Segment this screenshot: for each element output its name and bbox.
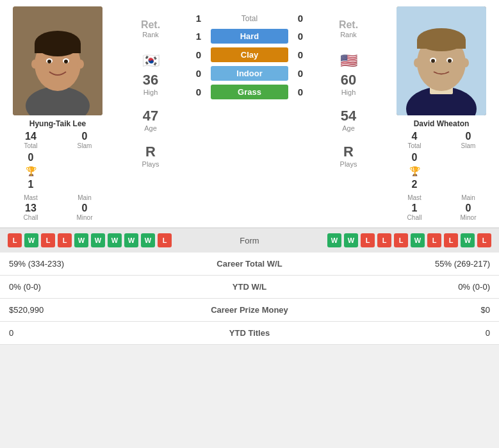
grass-score-right: 0 — [291, 87, 310, 97]
left-middle-stats: Ret. Rank 🇰🇷 36 High 47 Age R Plays — [115, 6, 186, 221]
right-middle-stats: Ret. Rank 🇺🇸 60 High 54 Age R Plays — [313, 6, 384, 221]
clay-score-right: 0 — [291, 49, 310, 60]
left-mast-stat: 0 🏆 1 — [6, 152, 55, 190]
right-trophy-icon: 🏆 — [409, 166, 420, 176]
left-player-photo — [13, 6, 102, 115]
left-trophy-icon: 🏆 — [26, 166, 37, 176]
form-badge-right: L — [444, 233, 458, 247]
form-badge-left: W — [74, 233, 88, 247]
stat-right-value: 0% (0-0) — [324, 276, 499, 299]
stat-right-value: $0 — [324, 299, 499, 322]
left-main-label: Main — [78, 194, 92, 201]
main-container: Hyung-Taik Lee 14 Total 0 Slam 0 🏆 1 — [0, 0, 499, 345]
form-badge-right: W — [461, 233, 475, 247]
form-badge-left: L — [8, 233, 22, 247]
grass-row: 0 Grass 0 — [189, 85, 310, 99]
left-rank-label: Rank — [142, 31, 159, 38]
svg-point-11 — [78, 60, 84, 69]
stat-center-label: YTD Titles — [175, 322, 325, 345]
left-chall-stat: 13 Chall — [6, 203, 55, 221]
form-badge-left: W — [124, 233, 138, 247]
left-stats-grid2: Mast Main 13 Chall 0 Minor — [0, 194, 115, 221]
table-row: 0 YTD Titles 0 — [0, 322, 499, 345]
left-chall-value: 13 — [25, 203, 37, 214]
clay-score-left: 0 — [189, 49, 208, 60]
total-row: 1 Total 0 — [189, 13, 310, 24]
form-badge-right: L — [361, 233, 375, 247]
center-column: 1 Total 0 1 Hard 0 0 Clay 0 0 Indoor 0 0 — [186, 6, 313, 221]
clay-button[interactable]: Clay — [211, 47, 288, 62]
left-plays-label: Plays — [142, 160, 160, 168]
form-badge-right: L — [477, 233, 491, 247]
left-high-label: High — [143, 88, 158, 96]
left-rank-value: Ret. — [141, 19, 160, 31]
stat-center-label: YTD W/L — [175, 276, 325, 299]
left-total-label: Total — [24, 142, 37, 149]
grass-button[interactable]: Grass — [211, 85, 288, 99]
form-badge-left: W — [108, 233, 122, 247]
right-player-card: David Wheaton 4 Total 0 Slam 0 🏆 2 — [384, 6, 499, 221]
form-badge-right: W — [327, 233, 341, 247]
form-badge-left: W — [24, 233, 38, 247]
stat-left-value: 0% (0-0) — [0, 276, 175, 299]
form-badge-right: L — [427, 233, 441, 247]
right-age-stat: 54 Age — [341, 108, 356, 132]
stat-right-value: 55% (269-217) — [324, 253, 499, 276]
svg-point-24 — [414, 58, 420, 67]
svg-rect-19 — [417, 40, 466, 49]
left-slam-stat: 0 Slam — [60, 131, 109, 149]
left-mast-label-stat: Mast — [6, 194, 55, 201]
form-badge-right: W — [411, 233, 425, 247]
right-slam-value: 0 — [466, 131, 471, 142]
right-mast-label: Mast — [407, 194, 421, 201]
form-right: WWLLLWLLWL — [275, 233, 492, 247]
hard-button[interactable]: Hard — [211, 29, 288, 44]
left-flag: 🇰🇷 — [142, 53, 160, 69]
form-badge-right: L — [394, 233, 408, 247]
left-rank-stat: Ret. Rank — [141, 19, 160, 38]
right-player-name: David Wheaton — [414, 119, 470, 128]
left-minor-stat: 0 Minor — [60, 203, 109, 221]
left-age-label: Age — [144, 124, 157, 132]
clay-row: 0 Clay 0 — [189, 47, 310, 62]
players-section: Hyung-Taik Lee 14 Total 0 Slam 0 🏆 1 — [0, 0, 499, 228]
form-badge-right: W — [344, 233, 358, 247]
right-main-label-stat: Main — [444, 194, 493, 201]
left-player-card: Hyung-Taik Lee 14 Total 0 Slam 0 🏆 1 — [0, 6, 115, 221]
total-label: Total — [208, 14, 291, 23]
left-main-value: 1 — [28, 179, 34, 190]
right-minor-stat: 0 Minor — [444, 203, 493, 221]
table-row: $520,990 Career Prize Money $0 — [0, 299, 499, 322]
left-stats-grid: 14 Total 0 Slam 0 🏆 1 — [0, 131, 115, 192]
indoor-row: 0 Indoor 0 — [189, 66, 310, 81]
form-badge-left: W — [141, 233, 155, 247]
indoor-score-right: 0 — [291, 68, 310, 79]
total-score-right: 0 — [291, 13, 310, 24]
stat-right-value: 0 — [324, 322, 499, 345]
left-mast-value: 0 — [28, 152, 34, 163]
svg-point-8 — [47, 60, 51, 63]
left-chall-label: Chall — [24, 214, 38, 221]
stat-center-label: Career Total W/L — [175, 253, 325, 276]
right-main-value: 2 — [412, 179, 418, 190]
left-high-stat: 36 High — [143, 72, 158, 96]
left-mast-label: Mast — [24, 194, 38, 201]
right-rank-label: Rank — [340, 31, 357, 38]
right-player-photo — [397, 6, 486, 115]
stats-table: 59% (334-233) Career Total W/L 55% (269-… — [0, 253, 499, 345]
right-plays-value: R — [343, 144, 354, 160]
right-age-value: 54 — [341, 108, 356, 124]
right-total-value: 4 — [412, 131, 418, 142]
hard-score-left: 1 — [189, 31, 208, 42]
right-mast-value: 0 — [412, 152, 418, 163]
right-mast-stat: 0 🏆 2 — [390, 152, 439, 190]
indoor-button[interactable]: Indoor — [211, 66, 288, 81]
svg-point-22 — [431, 59, 435, 63]
table-row: 0% (0-0) YTD W/L 0% (0-0) — [0, 276, 499, 299]
right-chall-stat: 1 Chall — [390, 203, 439, 221]
left-slam-value: 0 — [82, 131, 88, 142]
right-chall-label: Chall — [407, 214, 422, 221]
stat-center-label: Career Prize Money — [175, 299, 325, 322]
svg-point-23 — [448, 59, 452, 63]
grass-score-left: 0 — [189, 87, 208, 97]
